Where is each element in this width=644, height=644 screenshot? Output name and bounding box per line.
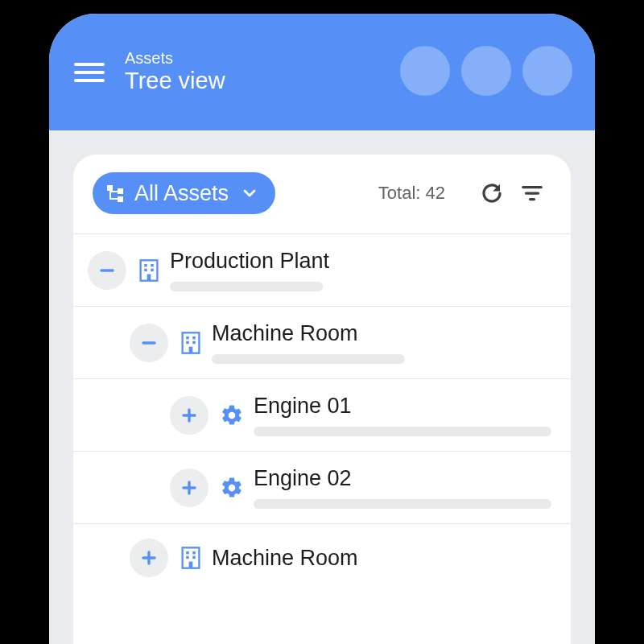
svg-rect-34 — [192, 551, 195, 554]
svg-rect-5 — [118, 196, 123, 202]
svg-rect-35 — [186, 556, 188, 559]
gear-icon — [220, 403, 244, 427]
svg-rect-24 — [192, 341, 195, 343]
content-card: All Assets Total: 42 Product — [73, 155, 571, 644]
building-icon — [180, 331, 202, 355]
placeholder-dot — [461, 46, 511, 96]
svg-rect-37 — [189, 562, 193, 568]
svg-rect-3 — [107, 185, 113, 191]
tree-row-label: Machine Room — [212, 321, 556, 346]
tree-row-text: Engine 02 — [254, 466, 556, 509]
placeholder-dot — [522, 46, 572, 96]
tree-row[interactable]: Engine 01 — [73, 379, 571, 452]
tree-row[interactable]: Machine Room — [73, 307, 571, 379]
refresh-button[interactable] — [477, 179, 506, 208]
svg-rect-16 — [144, 268, 147, 270]
tree-row-text: Engine 01 — [254, 394, 556, 436]
building-icon — [138, 258, 160, 283]
page-title-block: Assets Tree view — [125, 49, 225, 95]
device-frame: Assets Tree view — [49, 14, 595, 644]
appbar-action-placeholders — [400, 46, 572, 96]
svg-rect-23 — [186, 341, 188, 343]
svg-rect-4 — [118, 188, 123, 194]
tree-row-text: Machine Room — [212, 321, 556, 364]
svg-rect-7 — [109, 191, 118, 192]
tree-row-label: Engine 01 — [254, 394, 556, 419]
app-bar: Assets Tree view — [49, 14, 595, 130]
placeholder-line — [212, 354, 405, 364]
tree-row-text: Machine Room — [212, 546, 556, 571]
placeholder-line — [254, 499, 551, 509]
tree-row-text: Production Plant — [170, 249, 556, 291]
total-count: Total: 42 — [378, 183, 445, 204]
svg-rect-18 — [147, 274, 151, 280]
gear-icon — [220, 476, 244, 500]
toolbar: All Assets Total: 42 — [73, 172, 571, 234]
menu-button[interactable] — [72, 55, 107, 90]
tree-icon — [105, 184, 125, 203]
tree-row[interactable]: Engine 02 — [73, 452, 571, 524]
collapse-button[interactable] — [130, 324, 168, 362]
page-title: Tree view — [125, 67, 225, 95]
tree-row-label: Machine Room — [212, 546, 556, 571]
expand-button[interactable] — [170, 469, 208, 507]
svg-rect-25 — [189, 346, 193, 353]
svg-rect-22 — [192, 336, 195, 338]
tree-row[interactable]: Machine Room — [73, 524, 571, 592]
placeholder-line — [170, 282, 323, 291]
chevron-down-icon — [238, 185, 258, 201]
scope-dropdown[interactable]: All Assets — [93, 172, 275, 214]
svg-rect-36 — [192, 556, 195, 559]
svg-rect-14 — [144, 263, 147, 266]
placeholder-dot — [400, 46, 450, 96]
collapse-button[interactable] — [88, 251, 126, 290]
tree-row-label: Production Plant — [170, 249, 556, 274]
svg-rect-8 — [109, 198, 118, 200]
svg-rect-15 — [151, 263, 153, 266]
breadcrumb: Assets — [125, 49, 225, 67]
expand-button[interactable] — [130, 539, 168, 577]
scope-dropdown-label: All Assets — [134, 181, 229, 206]
tree-row-label: Engine 02 — [254, 466, 556, 491]
placeholder-line — [254, 427, 551, 436]
filter-button[interactable] — [518, 179, 547, 208]
svg-rect-21 — [186, 336, 188, 338]
tree-row[interactable]: Production Plant — [73, 234, 571, 307]
svg-rect-17 — [151, 268, 153, 270]
building-icon — [180, 546, 202, 570]
svg-rect-33 — [186, 551, 188, 554]
expand-button[interactable] — [170, 396, 208, 435]
